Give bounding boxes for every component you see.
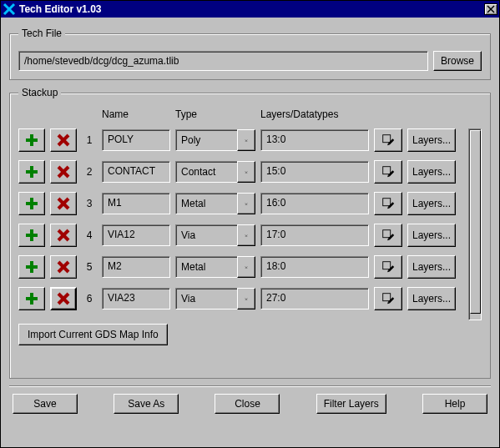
svg-marker-10 xyxy=(388,138,394,144)
row-index: 2 xyxy=(82,166,97,178)
name-input[interactable]: M1 xyxy=(102,193,170,214)
saveas-button[interactable]: Save As xyxy=(114,394,179,414)
stackup-row: 6VIA23Via27:0Layers... xyxy=(18,287,465,310)
add-row-button[interactable] xyxy=(18,224,45,247)
close-button[interactable]: Close xyxy=(215,394,280,414)
app-icon xyxy=(3,3,16,16)
type-select[interactable]: Metal xyxy=(175,193,255,214)
layers-button[interactable]: Layers... xyxy=(407,128,456,152)
scroll-thumb[interactable] xyxy=(470,130,481,314)
row-index: 4 xyxy=(82,229,97,241)
edit-layers-button[interactable] xyxy=(374,128,402,152)
window-title: Tech Editor v1.03 xyxy=(19,3,484,15)
svg-rect-29 xyxy=(26,234,38,237)
layers-datatypes-input[interactable]: 13:0 xyxy=(260,129,369,151)
delete-row-button[interactable] xyxy=(50,287,77,310)
close-button[interactable] xyxy=(484,3,497,15)
svg-rect-21 xyxy=(26,202,38,205)
name-input[interactable]: M2 xyxy=(102,256,170,278)
type-select[interactable]: Via xyxy=(175,224,255,246)
edit-layers-button[interactable] xyxy=(374,224,402,247)
delete-row-button[interactable] xyxy=(50,224,77,247)
edit-layers-button[interactable] xyxy=(374,160,402,184)
name-input[interactable]: POLY xyxy=(102,129,170,151)
add-row-button[interactable] xyxy=(18,160,45,184)
header-name: Name xyxy=(102,108,170,120)
type-value: Metal xyxy=(175,256,237,278)
svg-marker-26 xyxy=(388,202,394,208)
svg-rect-5 xyxy=(26,138,38,142)
techfile-panel: Tech File /home/stevedb/dcg/dcg_azuma.tl… xyxy=(9,28,491,80)
edit-layers-button[interactable] xyxy=(374,192,402,215)
header-type: Type xyxy=(175,108,255,120)
svg-marker-42 xyxy=(388,265,394,271)
import-gds-button[interactable]: Import Current GDS Map Info xyxy=(18,324,168,345)
add-row-button[interactable] xyxy=(18,287,45,310)
type-select[interactable]: Via xyxy=(175,288,255,310)
chevron-down-icon[interactable] xyxy=(237,193,255,214)
svg-rect-37 xyxy=(26,265,38,269)
layers-button[interactable]: Layers... xyxy=(407,160,456,184)
svg-rect-33 xyxy=(383,230,391,238)
layers-datatypes-input[interactable]: 17:0 xyxy=(260,224,369,246)
layers-datatypes-input[interactable]: 15:0 xyxy=(260,161,369,183)
header-ldt: Layers/Datatypes xyxy=(260,108,369,120)
row-index: 5 xyxy=(82,261,97,273)
type-select[interactable]: Contact xyxy=(175,161,255,183)
chevron-down-icon[interactable] xyxy=(237,288,255,310)
type-value: Via xyxy=(175,224,237,246)
add-row-button[interactable] xyxy=(18,255,45,279)
titlebar: Tech Editor v1.03 xyxy=(1,1,499,18)
chevron-down-icon[interactable] xyxy=(237,129,255,151)
scrollbar[interactable] xyxy=(468,128,482,320)
layers-button[interactable]: Layers... xyxy=(407,192,456,215)
layers-datatypes-input[interactable]: 18:0 xyxy=(260,256,369,278)
layers-button[interactable]: Layers... xyxy=(407,255,456,279)
name-input[interactable]: VIA23 xyxy=(102,288,170,310)
row-index: 1 xyxy=(82,134,97,146)
chevron-down-icon[interactable] xyxy=(237,161,255,183)
svg-rect-13 xyxy=(26,170,38,174)
edit-layers-button[interactable] xyxy=(374,287,402,310)
layers-button[interactable]: Layers... xyxy=(407,287,456,310)
type-value: Contact xyxy=(175,161,237,183)
bottom-bar: Save Save As Close Filter Layers Help xyxy=(8,394,492,419)
chevron-down-icon[interactable] xyxy=(237,256,255,278)
type-select[interactable]: Metal xyxy=(175,256,255,278)
name-input[interactable]: VIA12 xyxy=(102,224,170,246)
edit-layers-button[interactable] xyxy=(374,255,402,279)
add-row-button[interactable] xyxy=(18,128,45,152)
name-input[interactable]: CONTACT xyxy=(102,161,170,183)
add-row-button[interactable] xyxy=(18,192,45,215)
stackup-row: 2CONTACTContact15:0Layers... xyxy=(18,160,465,184)
save-button[interactable]: Save xyxy=(13,394,78,414)
type-value: Metal xyxy=(175,193,237,214)
layers-button[interactable]: Layers... xyxy=(407,224,456,247)
layers-datatypes-input[interactable]: 27:0 xyxy=(260,288,369,310)
svg-marker-18 xyxy=(388,170,394,176)
help-button[interactable]: Help xyxy=(422,394,487,414)
stackup-row: 4VIA12Via17:0Layers... xyxy=(18,224,465,247)
browse-button[interactable]: Browse xyxy=(433,51,482,71)
type-value: Via xyxy=(175,288,237,310)
delete-row-button[interactable] xyxy=(50,192,77,215)
delete-row-button[interactable] xyxy=(50,128,77,152)
svg-rect-25 xyxy=(383,199,391,206)
stackup-row: 3M1Metal16:0Layers... xyxy=(18,192,465,215)
stackup-legend: Stackup xyxy=(18,87,61,98)
svg-rect-45 xyxy=(26,297,38,300)
svg-marker-34 xyxy=(388,234,394,239)
chevron-down-icon[interactable] xyxy=(237,224,255,246)
layers-datatypes-input[interactable]: 16:0 xyxy=(260,193,369,214)
stackup-panel: Stackup Name Type Layers/Datatypes 1POLY… xyxy=(9,87,491,379)
row-index: 6 xyxy=(82,293,97,305)
divider xyxy=(9,385,491,387)
techfile-path-input[interactable]: /home/stevedb/dcg/dcg_azuma.tlib xyxy=(18,51,428,71)
stackup-headers: Name Type Layers/Datatypes xyxy=(18,108,465,128)
delete-row-button[interactable] xyxy=(50,160,77,184)
svg-marker-50 xyxy=(388,297,394,303)
filter-button[interactable]: Filter Layers xyxy=(316,394,386,414)
stackup-row: 1POLYPoly13:0Layers... xyxy=(18,128,465,152)
delete-row-button[interactable] xyxy=(50,255,77,279)
type-select[interactable]: Poly xyxy=(175,129,255,151)
